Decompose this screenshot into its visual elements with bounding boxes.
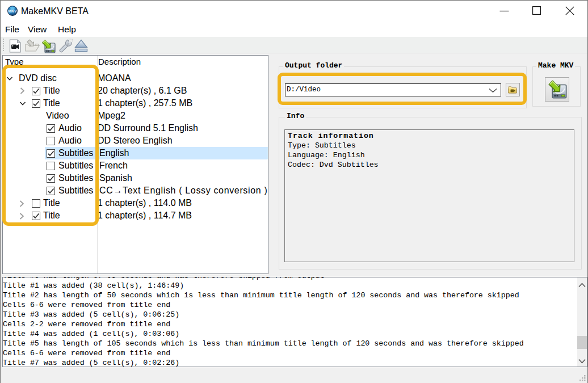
svg-text:MKV: MKV bbox=[8, 9, 17, 13]
